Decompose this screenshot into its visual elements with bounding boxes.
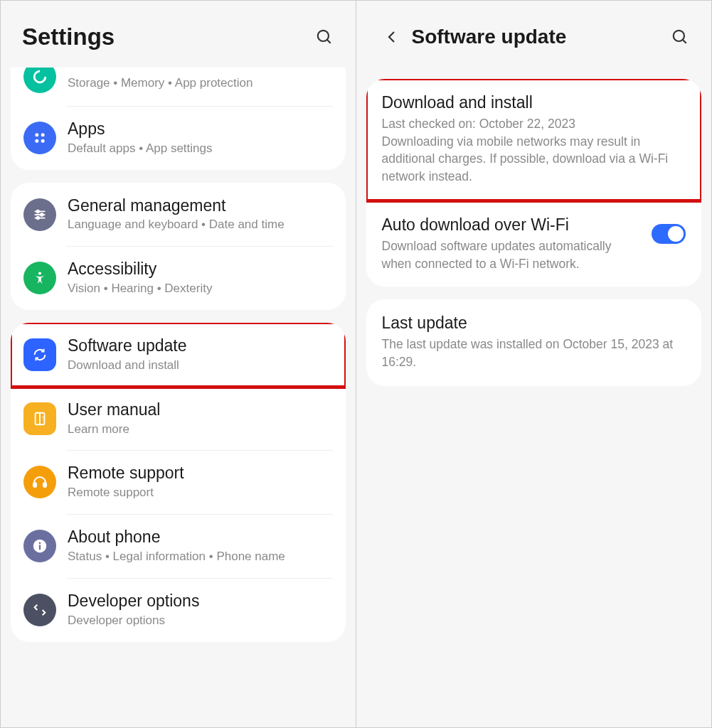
settings-group: Software update Download and install ? U… (11, 323, 346, 641)
svg-point-4 (35, 139, 38, 143)
svg-rect-16 (33, 483, 36, 487)
settings-header: Settings (1, 1, 356, 68)
item-subtitle: Storage • Memory • App protection (68, 75, 333, 92)
svg-point-9 (36, 210, 39, 213)
item-subtitle: Vision • Hearing • Dexterity (68, 281, 333, 297)
svg-rect-20 (39, 545, 41, 550)
download-and-install-row[interactable]: Download and install Last checked on: Oc… (366, 79, 702, 200)
item-subtitle: Last checked on: October 22, 2023 Downlo… (382, 115, 686, 185)
item-subtitle: Language and keyboard • Date and time (68, 217, 333, 233)
svg-point-19 (39, 542, 41, 545)
developer-icon (23, 594, 56, 626)
settings-group: General management Language and keyboard… (11, 183, 346, 310)
item-title: User manual (68, 400, 333, 420)
last-update-card: Last update The last update was installe… (366, 299, 702, 386)
svg-text:?: ? (42, 414, 46, 422)
item-title: Remote support (68, 463, 333, 483)
item-subtitle: Download software updates automatically … (382, 237, 642, 272)
search-button[interactable] (310, 23, 339, 51)
software-update-header: Software update (356, 1, 712, 68)
svg-point-11 (36, 216, 39, 219)
last-update-row[interactable]: Last update The last update was installe… (366, 299, 702, 386)
software-update-screen: Software update Download and install Las… (356, 1, 712, 727)
search-icon (671, 28, 689, 46)
settings-item-developer-options[interactable]: Developer options Developer options (11, 578, 346, 642)
auto-download-toggle[interactable] (652, 224, 686, 244)
item-title: Apps (68, 119, 333, 139)
settings-group: Device care Storage • Memory • App prote… (11, 68, 346, 170)
item-subtitle: The last update was installed on October… (382, 336, 686, 370)
item-subtitle: Default apps • App settings (68, 141, 333, 157)
svg-point-0 (317, 31, 328, 41)
svg-point-10 (41, 213, 43, 216)
chevron-left-icon (383, 28, 400, 46)
settings-item-remote-support[interactable]: Remote support Remote support (11, 450, 346, 514)
item-subtitle: Status • Legal information • Phone name (68, 549, 333, 565)
apps-icon (23, 122, 56, 154)
back-button[interactable] (378, 23, 406, 51)
settings-item-apps[interactable]: Apps Default apps • App settings (11, 106, 346, 170)
page-title: Software update (412, 26, 666, 48)
remote-support-icon (23, 466, 56, 498)
search-icon (315, 28, 334, 46)
settings-item-accessibility[interactable]: Accessibility Vision • Hearing • Dexteri… (11, 246, 346, 310)
svg-line-22 (683, 40, 686, 43)
general-icon (23, 198, 56, 231)
item-title: Download and install (382, 93, 686, 112)
item-title: Auto download over Wi-Fi (382, 215, 642, 235)
settings-item-general-management[interactable]: General management Language and keyboard… (11, 183, 346, 247)
svg-point-12 (38, 272, 41, 275)
settings-item-user-manual[interactable]: ? User manual Learn more (11, 387, 346, 451)
item-title: Developer options (68, 591, 333, 611)
device-care-icon (23, 68, 56, 93)
item-title: Software update (68, 336, 333, 356)
page-title: Settings (22, 23, 310, 50)
update-options-card: Download and install Last checked on: Oc… (366, 79, 702, 287)
settings-screen: Settings Device care Storage • Memory • … (1, 1, 356, 727)
item-subtitle: Download and install (68, 358, 333, 374)
item-subtitle: Remote support (68, 485, 333, 501)
user-manual-icon: ? (23, 402, 56, 435)
settings-item-software-update[interactable]: Software update Download and install (11, 323, 346, 387)
item-title: Last update (382, 314, 686, 333)
item-subtitle: Learn more (68, 422, 333, 438)
about-phone-icon (23, 530, 56, 562)
item-subtitle: Developer options (68, 613, 333, 629)
accessibility-icon (23, 262, 56, 294)
item-title: General management (68, 196, 333, 216)
svg-line-1 (326, 40, 330, 43)
svg-point-3 (41, 133, 45, 136)
svg-point-21 (674, 31, 684, 41)
item-title: Accessibility (68, 259, 333, 279)
settings-item-device-care[interactable]: Device care Storage • Memory • App prote… (11, 68, 346, 106)
svg-point-2 (35, 133, 38, 136)
auto-download-row[interactable]: Auto download over Wi-Fi Download softwa… (366, 201, 702, 287)
svg-rect-17 (43, 483, 46, 487)
software-update-icon (23, 338, 56, 371)
svg-point-5 (41, 139, 45, 143)
search-button[interactable] (666, 23, 694, 51)
item-title: About phone (68, 527, 333, 547)
settings-item-about-phone[interactable]: About phone Status • Legal information •… (11, 514, 346, 578)
